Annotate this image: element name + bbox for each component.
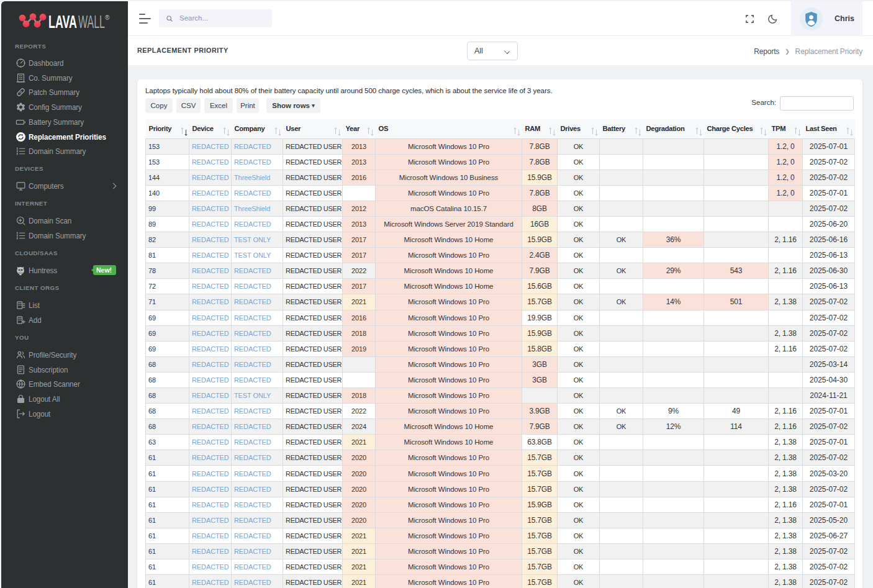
svg-text:WALL: WALL xyxy=(78,11,105,32)
svg-text:LAVA: LAVA xyxy=(48,11,77,32)
svg-text:®: ® xyxy=(105,14,110,21)
